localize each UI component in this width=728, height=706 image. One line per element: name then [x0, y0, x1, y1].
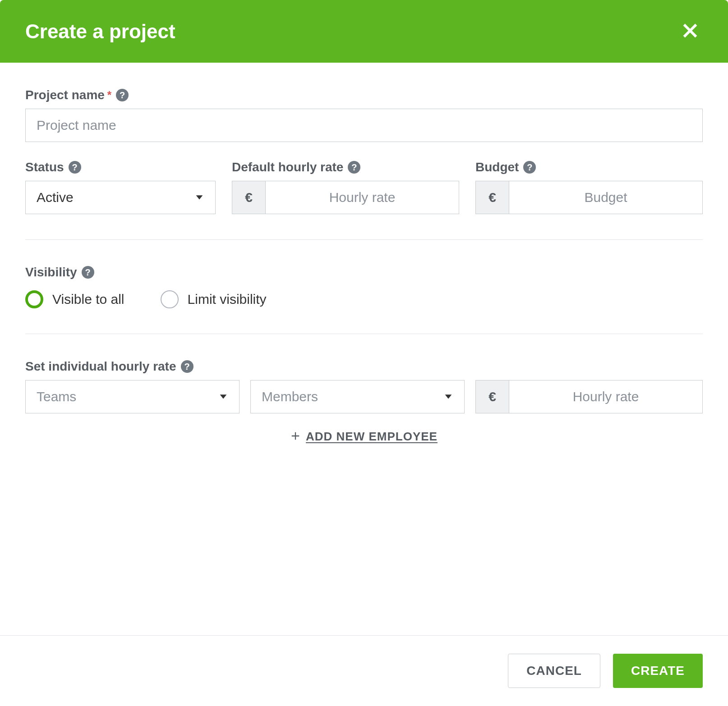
- status-label-text: Status: [25, 160, 64, 174]
- create-button[interactable]: CREATE: [613, 654, 703, 688]
- plus-icon: [290, 431, 300, 443]
- default-hourly-rate-label: Default hourly rate ?: [232, 160, 459, 174]
- status-dropdown[interactable]: Active: [25, 181, 216, 214]
- project-name-label: Project name * ?: [25, 88, 703, 102]
- individual-rate-label: Set individual hourly rate ?: [25, 359, 703, 374]
- members-dropdown[interactable]: Members: [250, 380, 465, 413]
- help-icon[interactable]: ?: [523, 161, 536, 174]
- visibility-label-text: Visibility: [25, 265, 77, 280]
- default-hourly-rate-label-text: Default hourly rate: [232, 160, 343, 174]
- visibility-field-group: Visibility ? Visible to all Limit visibi…: [25, 265, 703, 308]
- help-icon[interactable]: ?: [82, 266, 94, 279]
- budget-input-group: €: [475, 181, 703, 214]
- individual-rate-field-group: Set individual hourly rate ? Teams Membe…: [25, 359, 703, 444]
- status-rate-budget-row: Status ? Active Default hourly rate ? €: [25, 160, 703, 214]
- status-label: Status ?: [25, 160, 216, 174]
- modal-body: Project name * ? Status ? Active: [0, 63, 728, 635]
- modal-footer: CANCEL CREATE: [0, 635, 728, 706]
- members-dropdown-value: Members: [262, 389, 318, 404]
- help-icon[interactable]: ?: [348, 161, 360, 174]
- caret-down-icon: [218, 389, 228, 404]
- teams-dropdown-value: Teams: [37, 389, 76, 404]
- currency-prefix: €: [476, 181, 509, 214]
- individual-rate-row: Teams Members €: [25, 380, 703, 413]
- help-icon[interactable]: ?: [69, 161, 81, 174]
- currency-prefix: €: [476, 381, 509, 413]
- individual-rate-label-text: Set individual hourly rate: [25, 359, 176, 374]
- budget-input[interactable]: [509, 181, 702, 214]
- default-hourly-rate-input[interactable]: [266, 181, 459, 214]
- individual-rate-input[interactable]: [509, 381, 702, 413]
- default-hourly-rate-input-group: €: [232, 181, 459, 214]
- default-hourly-rate-field-group: Default hourly rate ? €: [232, 160, 459, 214]
- project-name-label-text: Project name: [25, 88, 105, 102]
- project-name-field-group: Project name * ?: [25, 88, 703, 142]
- cancel-button[interactable]: CANCEL: [508, 654, 600, 688]
- currency-prefix: €: [232, 181, 266, 214]
- visibility-limit-label: Limit visibility: [188, 292, 267, 307]
- project-name-input[interactable]: [25, 109, 703, 142]
- add-new-employee-button[interactable]: ADD NEW EMPLOYEE: [290, 430, 438, 444]
- modal-header: Create a project: [0, 0, 728, 63]
- radio-unselected-icon: [161, 290, 179, 308]
- help-icon[interactable]: ?: [181, 360, 194, 373]
- divider: [25, 239, 703, 240]
- caret-down-icon: [443, 389, 453, 404]
- help-icon[interactable]: ?: [116, 89, 129, 101]
- visibility-radio-row: Visible to all Limit visibility: [25, 290, 703, 308]
- required-star-icon: *: [107, 89, 111, 101]
- add-new-employee-label: ADD NEW EMPLOYEE: [306, 430, 438, 444]
- individual-rate-input-group: €: [475, 380, 703, 413]
- modal-title: Create a project: [25, 20, 175, 43]
- caret-down-icon: [194, 190, 204, 205]
- visibility-visible-all-label: Visible to all: [52, 292, 124, 307]
- close-button[interactable]: [677, 18, 703, 45]
- close-icon: [681, 22, 699, 41]
- divider: [25, 334, 703, 334]
- visibility-radio-limit[interactable]: Limit visibility: [161, 290, 267, 308]
- radio-selected-icon: [25, 290, 43, 308]
- budget-label-text: Budget: [475, 160, 519, 174]
- visibility-radio-visible-all[interactable]: Visible to all: [25, 290, 124, 308]
- status-dropdown-value: Active: [37, 190, 74, 205]
- visibility-label: Visibility ?: [25, 265, 703, 280]
- teams-dropdown[interactable]: Teams: [25, 380, 240, 413]
- create-project-modal: Create a project Project name * ? Status…: [0, 0, 728, 706]
- budget-label: Budget ?: [475, 160, 703, 174]
- status-field-group: Status ? Active: [25, 160, 216, 214]
- budget-field-group: Budget ? €: [475, 160, 703, 214]
